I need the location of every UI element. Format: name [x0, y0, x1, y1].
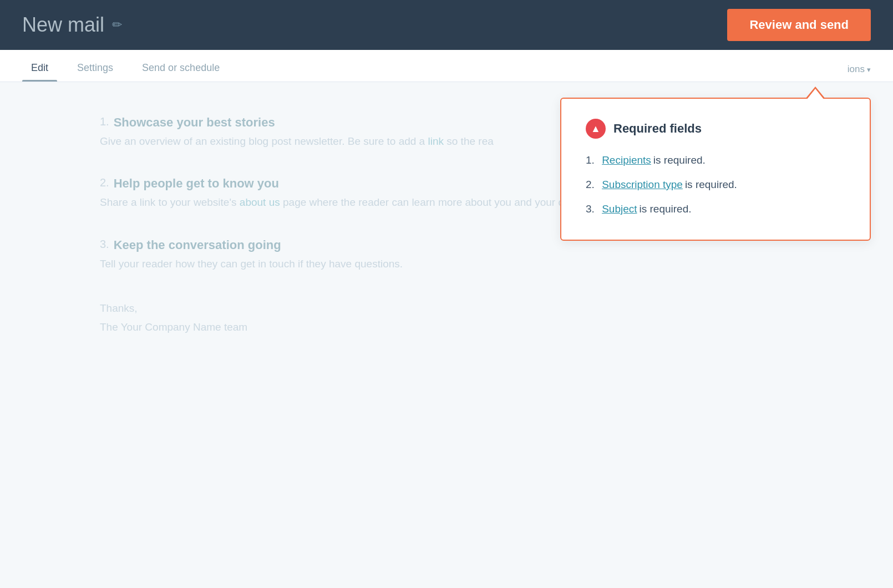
subject-link[interactable]: Subject [602, 203, 637, 215]
section-1-link[interactable]: link [428, 135, 444, 147]
required-item-subject: 3. Subject is required. [586, 203, 845, 215]
popup-title: Required fields [613, 121, 702, 136]
page-title: New mail [22, 13, 104, 37]
alert-icon: ▲ [586, 119, 606, 139]
subscription-type-link[interactable]: Subscription type [602, 179, 683, 191]
main-content: 1. Showcase your best stories Give an ov… [0, 82, 893, 588]
email-closing: Thanks, The Your Company Name team [100, 299, 793, 337]
actions-dropdown[interactable]: ions ▾ [848, 64, 871, 82]
recipients-link[interactable]: Recipients [602, 154, 651, 166]
edit-icon[interactable]: ✏ [112, 18, 122, 32]
tab-edit[interactable]: Edit [22, 62, 57, 82]
tab-settings[interactable]: Settings [68, 62, 122, 82]
required-item-recipients: 1. Recipients is required. [586, 154, 845, 166]
required-fields-popup: ▲ Required fields 1. Recipients is requi… [560, 98, 871, 241]
review-and-send-button[interactable]: Review and send [727, 9, 871, 41]
section-2-link[interactable]: about us [240, 196, 280, 208]
tab-send-or-schedule[interactable]: Send or schedule [133, 62, 229, 82]
tabs-bar: Edit Settings Send or schedule ions ▾ [0, 50, 893, 82]
header-left: New mail ✏ [22, 13, 122, 37]
header: New mail ✏ Review and send [0, 0, 893, 50]
chevron-down-icon: ▾ [867, 65, 871, 74]
popup-header: ▲ Required fields [586, 119, 845, 139]
email-section-3: 3. Keep the conversation going Tell your… [100, 238, 793, 272]
required-item-subscription-type: 2. Subscription type is required. [586, 179, 845, 191]
